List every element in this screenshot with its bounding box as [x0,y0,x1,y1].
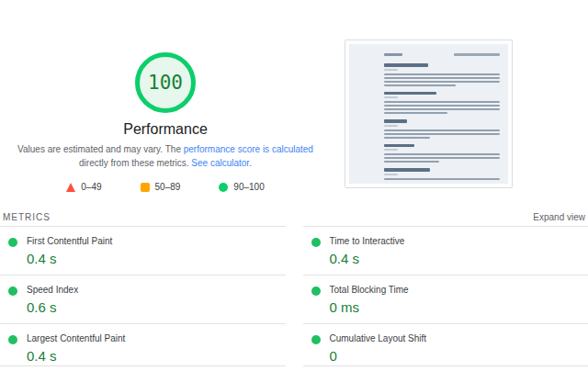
pass-dot-icon [311,335,321,344]
metric-label: Time to Interactive [330,236,588,247]
metric-value: 0.4 s [330,251,588,267]
score-calculation-link[interactable]: performance score is calculated [184,144,313,154]
expand-view-button[interactable]: Expand view [533,212,585,222]
metric-row-speed-index: Speed Index 0.6 s [0,275,286,323]
legend-item-average: 50–89 [141,182,181,192]
text-line-placeholder [384,96,398,98]
text-line-placeholder [384,101,500,103]
text-line-placeholder [384,174,398,175]
metric-row-first-contentful-paint: First Contentful Paint 0.4 s [0,226,286,275]
description-text: . [249,158,252,168]
article-placeholder [384,144,500,163]
metric-row-cumulative-layout-shift: Cumulative Layout Shift 0 [303,323,588,365]
text-line-placeholder [384,63,428,67]
pass-dot-icon [8,287,17,296]
metrics-column-right: Time to Interactive 0.4 s Total Blocking… [303,226,588,366]
text-line-placeholder [384,157,500,159]
metric-label: First Contentful Paint [27,236,286,247]
text-line-placeholder [384,112,447,114]
legend-item-fail: 0–49 [66,182,101,192]
thumbnail-page-header [384,53,500,56]
text-line-placeholder [384,81,500,83]
text-line-placeholder [384,105,500,107]
text-line-placeholder [384,168,430,172]
text-line-placeholder [384,92,436,96]
performance-score-value: 100 [148,73,183,93]
metric-value: 0.4 s [27,251,286,267]
performance-summary: 100 Performance Values are estimated and… [0,52,331,192]
article-placeholder [384,119,500,139]
metric-label: Cumulative Layout Shift [330,333,588,344]
metric-label: Speed Index [27,285,286,296]
article-placeholder [384,63,500,86]
metric-row-time-to-interactive: Time to Interactive 0.4 s [303,226,588,275]
text-line-placeholder [384,149,398,151]
page-screenshot-content [349,44,508,184]
text-line-placeholder [384,77,500,79]
text-line-placeholder [384,161,439,163]
see-calculator-link[interactable]: See calculator [191,158,249,168]
metric-label: Total Blocking Time [330,285,588,296]
page-screenshot-thumbnail[interactable] [345,39,513,188]
text-line-placeholder [384,84,456,86]
square-icon [141,183,150,192]
text-line-placeholder [384,178,500,180]
legend-item-pass: 90–100 [219,182,264,192]
performance-score-gauge[interactable]: 100 [135,52,196,113]
text-line-placeholder [384,119,407,123]
text-line-placeholder [384,153,500,155]
metric-row-total-blocking-time: Total Blocking Time 0 ms [303,275,588,323]
legend-range: 90–100 [233,182,264,192]
metric-value: 0.6 s [27,299,286,316]
metrics-columns: First Contentful Paint 0.4 s Speed Index… [0,226,588,366]
nav-links-placeholder [454,53,500,56]
text-line-placeholder [384,129,500,131]
score-legend: 0–49 50–89 90–100 [66,182,264,192]
metric-value: 0.4 s [27,348,286,365]
site-title-placeholder [384,53,402,56]
article-placeholder [384,92,500,115]
triangle-icon [66,183,75,192]
text-line-placeholder [384,125,398,127]
text-line-placeholder [384,144,414,148]
pass-dot-icon [8,238,17,247]
legend-range: 50–89 [155,182,181,192]
pass-dot-icon [8,335,17,344]
category-title: Performance [123,120,208,139]
metrics-section: METRICS Expand view First Contentful Pai… [0,208,588,366]
article-placeholder [384,168,500,180]
pass-dot-icon [311,287,321,296]
score-description: Values are estimated and may vary. The p… [9,142,322,170]
description-text: Values are estimated and may vary. The [17,144,184,154]
metrics-header: METRICS Expand view [0,208,588,226]
legend-range: 0–49 [81,182,101,192]
text-line-placeholder [384,73,500,75]
text-line-placeholder [384,108,500,110]
description-text: directly from these metrics. [79,158,191,168]
text-line-placeholder [384,137,430,139]
metric-row-largest-contentful-paint: Largest Contentful Paint 0.4 s [0,323,286,365]
pass-dot-icon [311,238,321,247]
metric-label: Largest Contentful Paint [27,333,286,344]
metric-value: 0 ms [330,299,588,316]
circle-icon [219,183,228,192]
metric-value: 0 [330,348,588,365]
metrics-column-left: First Contentful Paint 0.4 s Speed Index… [0,226,286,366]
text-line-placeholder [384,133,500,135]
metrics-heading: METRICS [3,212,51,222]
text-line-placeholder [384,69,398,71]
